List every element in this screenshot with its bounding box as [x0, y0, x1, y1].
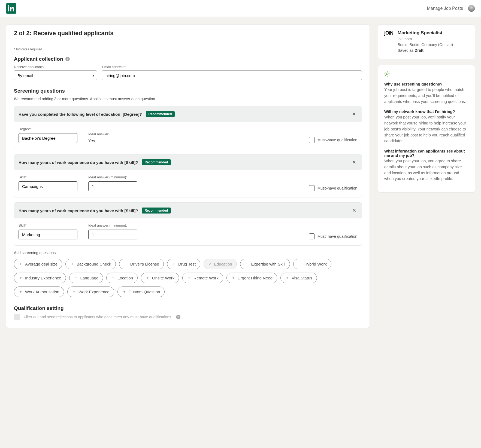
question-field-label: Skill* [19, 175, 77, 179]
tip-block: Will my network know that I'm hiring? Wh… [384, 109, 469, 144]
question-card: How many years of work experience do you… [14, 202, 362, 246]
plus-icon: ＋ [19, 275, 23, 281]
chip-label: Visa Status [292, 276, 312, 280]
musthave-checkbox[interactable] [309, 137, 315, 143]
screening-chip[interactable]: ＋Remote Work [182, 273, 223, 283]
plus-icon: ＋ [285, 275, 289, 281]
linkedin-icon [8, 5, 15, 12]
chip-label: Language [80, 276, 99, 280]
plus-icon: ＋ [245, 261, 249, 267]
chip-label: Custom Question [129, 289, 160, 294]
tip-block: What information can applicants see abou… [384, 149, 469, 182]
help-icon[interactable]: ? [65, 57, 70, 61]
screening-chip[interactable]: ＋Background Check [65, 259, 116, 269]
screening-chip[interactable]: ＋Average deal size [14, 259, 62, 269]
svg-line-5 [385, 72, 386, 72]
screening-chip[interactable]: ＋Industry Experience [14, 273, 66, 283]
job-summary-card: jOiN Marketing Specialist join.com Berli… [378, 25, 475, 59]
lightbulb-icon [384, 71, 469, 78]
screening-chip[interactable]: ＋Onsite Work [141, 273, 179, 283]
chip-label: Onsite Work [152, 276, 174, 280]
svg-point-0 [386, 73, 388, 75]
question-card: How many years of work experience do you… [14, 154, 362, 197]
plus-icon: ＋ [70, 261, 74, 267]
plus-icon: ＋ [124, 261, 128, 267]
screening-chip[interactable]: ＋Driver's License [119, 259, 164, 269]
tips-card: Why use screening questions? Your job po… [378, 65, 475, 193]
question-title: Have you completed the following level o… [19, 112, 142, 117]
filter-rejections-checkbox[interactable] [14, 314, 20, 320]
close-icon[interactable]: ✕ [351, 206, 357, 215]
main-card: 2 of 2: Receive qualified applicants * I… [6, 25, 370, 328]
question-field-label: Skill* [19, 223, 77, 227]
help-icon[interactable]: ? [176, 315, 180, 319]
add-screening-label: Add screening questions: [14, 251, 362, 255]
screening-chip[interactable]: ＋Location [106, 273, 138, 283]
question-title: How many years of work experience do you… [19, 208, 138, 213]
topbar: Manage Job Posts [0, 0, 481, 17]
screening-chip[interactable]: ＋Expertise with Skill [240, 259, 290, 269]
tip-question: What information can applicants see abou… [384, 149, 469, 158]
linkedin-logo[interactable] [6, 3, 16, 14]
manage-job-posts-link[interactable]: Manage Job Posts [427, 6, 463, 11]
ideal-answer-value: Yes [88, 138, 109, 143]
musthave-label: Must–have qualification [317, 234, 357, 239]
musthave-label: Must–have qualification [317, 138, 357, 142]
plus-icon: ＋ [187, 275, 191, 281]
screening-chip[interactable]: ＋Hybrid Work [293, 259, 331, 269]
job-location: Berlin, Berlin, Germany (On-site) [398, 42, 453, 48]
applicant-collection-title: Applicant collection ? [14, 56, 362, 62]
chip-label: Drug Test [178, 262, 196, 266]
musthave-checkbox[interactable] [309, 185, 315, 191]
close-icon[interactable]: ✕ [351, 110, 357, 118]
musthave-checkbox[interactable] [309, 233, 315, 239]
chip-label: Work Authorization [25, 289, 59, 294]
chip-label: Average deal size [25, 262, 58, 266]
screening-chip[interactable]: ＋Urgent Hiring Need [226, 273, 277, 283]
receive-applicants-label: Receive applicants [14, 65, 97, 69]
screening-chip[interactable]: ＋Work Authorization [14, 287, 64, 297]
screening-chip[interactable]: ＋Work Experience [67, 287, 114, 297]
tip-question: Why use screening questions? [384, 82, 469, 86]
plus-icon: ＋ [19, 261, 23, 267]
tip-answer: When you post your job, you agree to sha… [384, 158, 469, 182]
chip-label: Expertise with Skill [251, 262, 285, 266]
screening-chip: ✓Education [204, 259, 237, 269]
svg-line-6 [389, 75, 389, 76]
check-icon: ✓ [208, 262, 212, 267]
email-input[interactable] [102, 71, 362, 80]
question-field-input[interactable] [19, 230, 77, 239]
screening-chip[interactable]: ＋Custom Question [117, 287, 165, 297]
chip-label: Remote Work [193, 276, 218, 280]
ideal-answer-input[interactable] [88, 181, 137, 191]
plus-icon: ＋ [74, 275, 78, 281]
ideal-answer-input[interactable] [88, 230, 137, 239]
screening-title: Screening questions [14, 88, 362, 94]
required-note: * Indicates required [14, 47, 362, 51]
qualification-title: Qualification setting [14, 305, 362, 311]
question-field-input[interactable] [19, 181, 77, 191]
close-icon[interactable]: ✕ [351, 158, 357, 166]
ideal-answer-label: Ideal answer (minimum): [88, 223, 137, 227]
plus-icon: ＋ [19, 289, 23, 295]
ideal-answer-label: Ideal answer: [88, 132, 109, 136]
job-status: Saved as Draft [398, 48, 453, 53]
musthave-label: Must–have qualification [317, 186, 357, 190]
question-field-input[interactable] [19, 133, 77, 143]
chip-label: Urgent Hiring Need [238, 276, 273, 280]
receive-applicants-select[interactable]: By email [14, 71, 97, 80]
step-title: 2 of 2: Receive qualified applicants [14, 30, 362, 37]
chip-label: Education [214, 262, 232, 266]
recommended-badge: Recommended [146, 111, 175, 117]
chip-label: Work Experience [78, 289, 110, 294]
screening-chip[interactable]: ＋Language [69, 273, 103, 283]
user-avatar[interactable] [468, 5, 475, 12]
screening-chip[interactable]: ＋Drug Test [167, 259, 200, 269]
screening-chip[interactable]: ＋Visa Status [280, 273, 317, 283]
question-title: How many years of work experience do you… [19, 160, 138, 165]
chip-label: Location [117, 276, 133, 280]
email-label: Email address* [102, 65, 362, 69]
tip-answer: Your job post is targeted to people who … [384, 87, 469, 105]
filter-rejections-label: Filter out and send rejections to applic… [24, 315, 172, 319]
plus-icon: ＋ [72, 289, 76, 295]
